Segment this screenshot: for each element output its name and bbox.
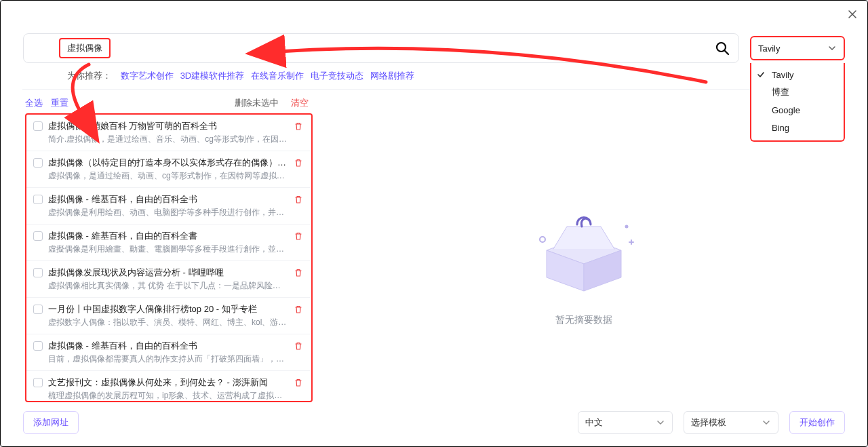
result-title: 虚拟偶像 - 萌娘百科 万物皆可萌的百科全书 [48, 120, 288, 132]
provider-dropdown: Tavily博查GoogleBing [750, 63, 845, 142]
recommend-link[interactable]: 在线音乐制作 [251, 71, 304, 81]
result-snippet: 虛擬偶像是利用繪畫、動畫、電腦圖學等多種手段進行創作，並在包括網際網路在… [48, 244, 288, 255]
result-snippet: 虚拟数字人偶像：指以歌手、演员、模特、网红、博主、kol、游戏高手等"艺人"身… [48, 317, 288, 328]
result-checkbox[interactable] [33, 305, 43, 314]
result-snippet: 简介.虚拟偶像，是通过绘画、音乐、动画、cg等形式制作，在因特网等虚拟场景或… [48, 134, 288, 145]
language-selected-label: 中文 [585, 416, 603, 429]
delete-result-button[interactable] [294, 195, 303, 204]
provider-select[interactable]: Tavily [750, 36, 845, 60]
result-row[interactable]: 虚拟偶像 - 萌娘百科 万物皆可萌的百科全书简介.虚拟偶像，是通过绘画、音乐、动… [26, 115, 310, 151]
provider-option-label: Bing [772, 123, 789, 133]
result-text: 虚拟偶像 - 维基百科，自由的百科全书虚拟偶像是利用绘画、动画、电脑图学等多种手… [48, 193, 288, 218]
template-selected-label: 选择模板 [691, 416, 726, 429]
result-snippet: 虚拟偶像，是通过绘画、动画、cg等形式制作，在因特网等虚拟场景或现实场景进… [48, 170, 288, 182]
svg-point-0 [717, 43, 726, 52]
results-toolbar: 全选 重置 删除未选中 清空 [25, 95, 309, 111]
result-title: 虚拟偶像（以特定目的打造本身不以实体形式存在的偶像）_百度百科 [48, 157, 288, 169]
result-row[interactable]: 虚拟偶像 - 維基百科，自由的百科全書虛擬偶像是利用繪畫、動畫、電腦圖學等多種手… [26, 225, 310, 261]
result-checkbox[interactable] [33, 231, 43, 241]
chevron-down-icon [762, 418, 771, 427]
app-window: 虚拟偶像 Tavily Tavily博查GoogleBing 为你推荐： 数字艺… [0, 0, 868, 447]
empty-label: 暂无摘要数据 [555, 314, 612, 326]
result-row[interactable]: 文艺报刊文：虚拟偶像从何处来，到何处去？ - 澎湃新闻梳理虚拟偶像的发展历程可知… [26, 371, 310, 401]
result-text: 一月份丨中国虚拟数字人偶像排行榜top 20 - 知乎专栏虚拟数字人偶像：指以歌… [48, 303, 288, 328]
summary-panel: 暂无摘要数据 [323, 113, 845, 402]
provider-selected-label: Tavily [758, 43, 781, 54]
result-row[interactable]: 虚拟偶像（以特定目的打造本身不以实体形式存在的偶像）_百度百科虚拟偶像，是通过绘… [26, 151, 310, 188]
empty-illustration [526, 189, 642, 305]
result-row[interactable]: 一月份丨中国虚拟数字人偶像排行榜top 20 - 知乎专栏虚拟数字人偶像：指以歌… [26, 298, 310, 334]
result-checkbox[interactable] [33, 378, 43, 387]
close-button[interactable] [847, 9, 858, 20]
search-query-chip: 虚拟偶像 [59, 38, 111, 58]
search-icon[interactable] [714, 40, 730, 56]
search-input[interactable]: 虚拟偶像 [23, 33, 739, 63]
provider-select-wrap: Tavily Tavily博查GoogleBing [750, 36, 845, 60]
provider-option-label: 博查 [772, 86, 789, 98]
result-title: 一月份丨中国虚拟数字人偶像排行榜top 20 - 知乎专栏 [48, 303, 288, 315]
provider-option[interactable]: Bing [751, 119, 844, 136]
result-text: 虚拟偶像 - 萌娘百科 万物皆可萌的百科全书简介.虚拟偶像，是通过绘画、音乐、动… [48, 120, 288, 145]
provider-option-label: Tavily [772, 70, 794, 80]
results-scroll[interactable]: 虚拟偶像 - 萌娘百科 万物皆可萌的百科全书简介.虚拟偶像，是通过绘画、音乐、动… [26, 115, 311, 401]
search-row: 虚拟偶像 Tavily Tavily博查GoogleBing [23, 33, 845, 63]
result-title: 虚拟偶像 - 维基百科，自由的百科全书 [48, 340, 288, 352]
result-checkbox[interactable] [33, 195, 43, 204]
result-title: 虚拟偶像 - 維基百科，自由的百科全書 [48, 230, 288, 242]
result-row[interactable]: 虚拟偶像发展现状及内容运营分析 - 哔哩哔哩虚拟偶像相比真实偶像，其 优势 在于… [26, 261, 310, 298]
result-checkbox[interactable] [33, 268, 43, 277]
result-text: 文艺报刊文：虚拟偶像从何处来，到何处去？ - 澎湃新闻梳理虚拟偶像的发展历程可知… [48, 376, 288, 401]
delete-result-button[interactable] [294, 341, 303, 351]
delete-result-button[interactable] [294, 305, 303, 314]
result-checkbox[interactable] [33, 121, 43, 131]
recommend-label: 为你推荐： [67, 71, 111, 81]
result-row[interactable]: 虚拟偶像 - 维基百科，自由的百科全书虚拟偶像是利用绘画、动画、电脑图学等多种手… [26, 188, 310, 225]
provider-option[interactable]: 博查 [751, 83, 844, 101]
delete-result-button[interactable] [294, 268, 303, 277]
results-panel: 虚拟偶像 - 萌娘百科 万物皆可萌的百科全书简介.虚拟偶像，是通过绘画、音乐、动… [25, 113, 313, 402]
recommend-link[interactable]: 数字艺术创作 [121, 71, 174, 81]
delete-result-button[interactable] [294, 121, 303, 131]
result-title: 虚拟偶像 - 维基百科，自由的百科全书 [48, 193, 288, 206]
result-text: 虚拟偶像 - 維基百科，自由的百科全書虛擬偶像是利用繪畫、動畫、電腦圖學等多種手… [48, 230, 288, 255]
chevron-down-icon [656, 418, 665, 427]
clear-button[interactable]: 清空 [291, 97, 309, 109]
svg-point-4 [625, 225, 629, 228]
template-select[interactable]: 选择模板 [684, 411, 778, 434]
result-snippet: 虚拟偶像是利用绘画、动画、电脑图学等多种手段进行创作，并在包括互联网在内… [48, 207, 288, 218]
result-text: 虚拟偶像（以特定目的打造本身不以实体形式存在的偶像）_百度百科虚拟偶像，是通过绘… [48, 157, 288, 182]
divider [22, 89, 846, 90]
delete-result-button[interactable] [294, 231, 303, 241]
result-title: 虚拟偶像发展现状及内容运营分析 - 哔哩哔哩 [48, 267, 288, 279]
provider-option[interactable]: Google [751, 101, 844, 119]
start-create-button[interactable]: 开始创作 [789, 411, 845, 434]
reset-button[interactable]: 重置 [51, 97, 68, 109]
result-snippet: 梳理虚拟偶像的发展历程可知，ip形象、技术、运营构成了虚拟偶像的三大要素，… [48, 390, 288, 401]
add-url-button[interactable]: 添加网址 [23, 411, 79, 434]
delete-result-button[interactable] [294, 158, 303, 168]
recommend-row: 为你推荐： 数字艺术创作3D建模软件推荐在线音乐制作电子竞技动态网络剧推荐 [67, 70, 845, 82]
bottom-bar: 添加网址 中文 选择模板 开始创作 [23, 411, 845, 434]
provider-option[interactable]: Tavily [751, 66, 844, 83]
result-checkbox[interactable] [33, 341, 43, 351]
provider-option-label: Google [772, 105, 800, 115]
delete-unselected-button[interactable]: 删除未选中 [235, 97, 279, 109]
recommend-link[interactable]: 电子竞技动态 [311, 71, 363, 81]
check-icon [757, 71, 765, 79]
result-snippet: 虚拟偶像相比真实偶像，其 优势 在于以下几点：一是品牌风险较小，可以规避真… [48, 280, 288, 292]
delete-result-button[interactable] [294, 378, 303, 387]
recommend-link[interactable]: 网络剧推荐 [370, 71, 414, 81]
recommend-link[interactable]: 3D建模软件推荐 [180, 71, 245, 81]
result-checkbox[interactable] [33, 158, 43, 168]
result-snippet: 目前，虚拟偶像都需要真人的制作支持从而「打破第四面墙」，例如日本虚拟偶像… [48, 353, 288, 365]
chevron-down-icon [827, 43, 837, 53]
result-title: 文艺报刊文：虚拟偶像从何处来，到何处去？ - 澎湃新闻 [48, 376, 288, 389]
result-text: 虚拟偶像发展现状及内容运营分析 - 哔哩哔哩虚拟偶像相比真实偶像，其 优势 在于… [48, 267, 288, 292]
result-row[interactable]: 虚拟偶像 - 维基百科，自由的百科全书目前，虚拟偶像都需要真人的制作支持从而「打… [26, 334, 310, 371]
language-select[interactable]: 中文 [578, 411, 673, 434]
select-all-button[interactable]: 全选 [25, 97, 43, 109]
svg-point-5 [540, 237, 545, 242]
result-text: 虚拟偶像 - 维基百科，自由的百科全书目前，虚拟偶像都需要真人的制作支持从而「打… [48, 340, 288, 365]
